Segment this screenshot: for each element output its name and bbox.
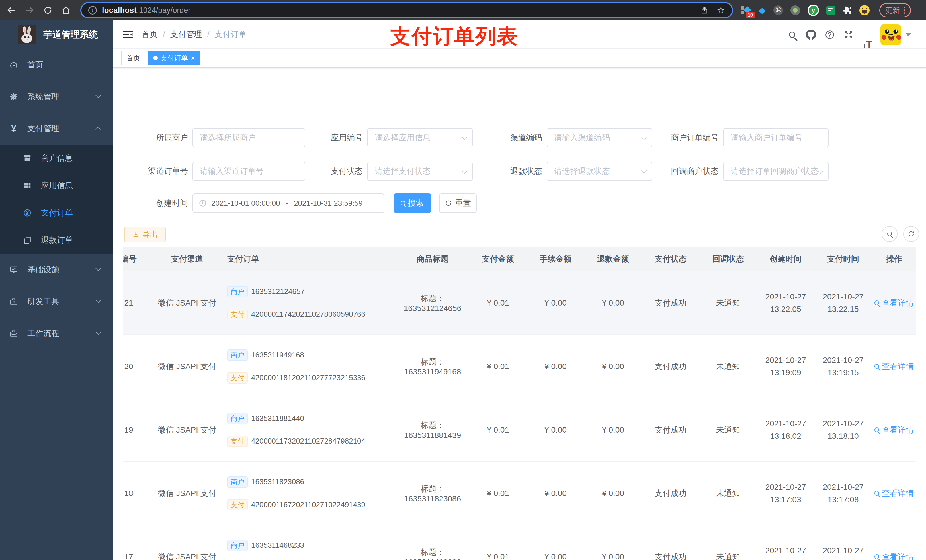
bookmark-star-icon[interactable]: ☆ bbox=[717, 6, 725, 15]
status-dot-extension-icon[interactable] bbox=[790, 5, 800, 15]
merchant-tag: 商户 bbox=[227, 540, 248, 551]
export-button[interactable]: 导出 bbox=[124, 226, 166, 242]
refund-status-select[interactable]: 请选择退款状态 bbox=[547, 162, 652, 181]
action-cell: 查看详情 bbox=[872, 297, 916, 308]
sidebar-item-home[interactable]: 首页 bbox=[0, 49, 113, 81]
tab-manager-extension-icon[interactable]: 10 bbox=[741, 5, 751, 15]
fee-amount-cell: ¥ 0.00 bbox=[527, 362, 584, 371]
channel-cell: 微信 JSAPI 支付 bbox=[148, 488, 226, 499]
view-detail-link[interactable]: 查看详情 bbox=[875, 551, 914, 560]
puzzle-extension-icon[interactable] bbox=[843, 6, 852, 15]
table-header-cell: 支付状态 bbox=[642, 254, 699, 264]
emoji-extension-icon[interactable] bbox=[859, 5, 870, 15]
sidebar-item-system[interactable]: 系统管理 bbox=[0, 81, 113, 113]
tab-home[interactable]: 首页 bbox=[121, 51, 145, 65]
create-time-range-picker[interactable]: 2021-10-01 00:00:00 - 2021-10-31 23:59:5… bbox=[192, 193, 384, 213]
browser-reload-button[interactable] bbox=[41, 3, 55, 18]
pay-tag: 支付 bbox=[227, 436, 248, 447]
avatar[interactable] bbox=[881, 24, 901, 45]
app-no-select[interactable]: 请选择应用信息 bbox=[367, 128, 473, 147]
table-header-cell: 操作 bbox=[872, 254, 916, 264]
sidebar-subitem-refund-order[interactable]: 退款订单 bbox=[0, 226, 113, 254]
breadcrumb-item[interactable]: 支付管理 bbox=[170, 29, 202, 40]
reset-button[interactable]: 重置 bbox=[439, 193, 477, 213]
share-icon[interactable] bbox=[700, 6, 709, 15]
info-icon[interactable]: i bbox=[88, 6, 97, 15]
sidebar-item-infrastructure[interactable]: 基础设施 bbox=[0, 254, 113, 286]
notify-status-cell: 未通知 bbox=[699, 488, 757, 499]
table-row: 17微信 JSAPI 支付 商户1635311468233 支付42000011… bbox=[123, 525, 916, 560]
font-size-icon[interactable]: TT bbox=[862, 21, 873, 49]
table-header-cell: 退款金额 bbox=[584, 254, 642, 264]
order-no-cell: 商户1635311881440 支付4200001173202110272847… bbox=[226, 413, 396, 447]
refund-amount-cell: ¥ 0.00 bbox=[584, 299, 642, 308]
channel-cell: 微信 JSAPI 支付 bbox=[148, 424, 226, 435]
merchant-tag: 商户 bbox=[227, 286, 248, 297]
channel-order-no-input[interactable]: 请输入渠道订单号 bbox=[192, 162, 305, 181]
pay-amount-cell: ¥ 0.01 bbox=[469, 299, 527, 308]
table-row: 18微信 JSAPI 支付 商户1635311823086 支付42000011… bbox=[123, 462, 916, 525]
table-refresh-button[interactable] bbox=[903, 226, 919, 242]
view-detail-link[interactable]: 查看详情 bbox=[875, 424, 914, 435]
browser-back-button[interactable] bbox=[4, 3, 19, 18]
merchant-order-no-input[interactable]: 请输入商户订单编号 bbox=[723, 128, 829, 147]
sidebar-item-workflow[interactable]: 工作流程 bbox=[0, 318, 113, 349]
merchant-tag: 商户 bbox=[227, 413, 248, 424]
pay-status-select[interactable]: 请选择支付状态 bbox=[367, 162, 473, 181]
main-panel: 首页/支付管理/支付订单 TT 首页 bbox=[113, 21, 926, 560]
filter-merchant: 所属商户 请选择所属商户 bbox=[125, 128, 305, 147]
y-extension-icon[interactable]: y bbox=[808, 5, 819, 16]
sidebar-subitem-pay-order[interactable]: 支付订单 bbox=[0, 199, 113, 226]
merchant-tag: 商户 bbox=[227, 476, 248, 488]
sidebar-subitem-app-info[interactable]: 应用信息 bbox=[0, 172, 113, 199]
notify-status-select[interactable]: 请选择订单回调商户状态 bbox=[723, 162, 829, 181]
navbar: 首页/支付管理/支付订单 TT bbox=[113, 21, 926, 49]
merchant-input[interactable]: 请选择所属商户 bbox=[192, 128, 305, 147]
copy-icon bbox=[23, 236, 32, 245]
breadcrumb-item[interactable]: 首页 bbox=[142, 29, 158, 40]
app-logo-row[interactable]: 芋道管理系统 bbox=[0, 21, 113, 49]
help-icon[interactable] bbox=[824, 21, 835, 49]
title-cell: 标题：1635311949168 bbox=[396, 356, 469, 376]
view-detail-link[interactable]: 查看详情 bbox=[875, 361, 914, 372]
filter-channel-code: 渠道编码 请输入渠道编码 bbox=[480, 128, 652, 147]
notify-status-cell: 未通知 bbox=[699, 297, 757, 308]
table-header-cell: 支付时间 bbox=[814, 254, 872, 264]
order-id-cell: 19 bbox=[123, 426, 148, 435]
fullscreen-icon[interactable] bbox=[843, 21, 854, 49]
table-row: 21微信 JSAPI 支付 商户1635312124657 支付42000011… bbox=[123, 272, 916, 335]
sidebar-toggle-button[interactable] bbox=[123, 30, 133, 38]
monitor-icon bbox=[9, 266, 18, 274]
tab-pay-order[interactable]: 支付订单 × bbox=[148, 51, 200, 65]
command-extension-icon[interactable]: ⌘ bbox=[773, 5, 783, 15]
browser-home-button[interactable] bbox=[59, 3, 73, 18]
pay-amount-cell: ¥ 0.01 bbox=[469, 489, 527, 498]
channel-cell: 微信 JSAPI 支付 bbox=[148, 551, 226, 560]
filter-refund-status: 退款状态 请选择退款状态 bbox=[480, 162, 652, 181]
view-detail-link[interactable]: 查看详情 bbox=[875, 488, 914, 499]
search-icon[interactable] bbox=[787, 21, 798, 49]
channel-code-select[interactable]: 请输入渠道编码 bbox=[547, 128, 652, 147]
extension-badge: 10 bbox=[746, 12, 755, 18]
github-icon[interactable] bbox=[805, 21, 817, 49]
browser-update-button[interactable]: 更新 bbox=[879, 3, 911, 17]
action-cell: 查看详情 bbox=[872, 551, 916, 560]
sidebar-item-payment[interactable]: ¥ 支付管理 bbox=[0, 113, 113, 145]
sketch-extension-icon[interactable]: ◆ bbox=[758, 6, 766, 15]
close-icon[interactable]: × bbox=[191, 54, 195, 62]
chevron-down-icon bbox=[641, 134, 647, 140]
table-search-button[interactable] bbox=[882, 226, 897, 242]
search-button[interactable]: 搜索 bbox=[393, 193, 431, 213]
chevron-down-icon bbox=[95, 297, 101, 303]
chat-extension-icon[interactable] bbox=[826, 6, 835, 15]
order-id-cell: 20 bbox=[123, 362, 148, 371]
browser-forward-button[interactable] bbox=[22, 3, 37, 18]
sidebar-item-dev-tools[interactable]: 研发工具 bbox=[0, 286, 113, 318]
pay-status-cell: 支付成功 bbox=[642, 424, 699, 435]
browser-menu-icon[interactable] bbox=[903, 7, 905, 14]
table-header-cell: 商品标题 bbox=[396, 254, 469, 264]
caret-down-icon[interactable] bbox=[905, 33, 911, 36]
url-bar[interactable]: i localhost:1024/pay/order ☆ bbox=[80, 2, 733, 18]
view-detail-link[interactable]: 查看详情 bbox=[875, 297, 914, 308]
sidebar-subitem-merchant-info[interactable]: 商户信息 bbox=[0, 145, 113, 172]
